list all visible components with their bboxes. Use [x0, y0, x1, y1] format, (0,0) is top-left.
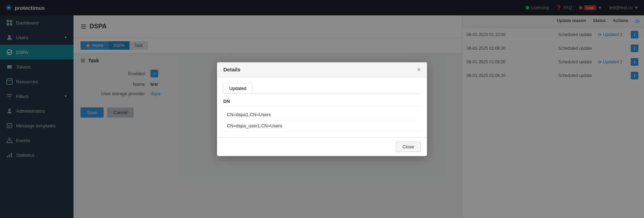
modal-title: Details — [223, 66, 240, 72]
modal-tab-updated[interactable]: Updated — [223, 83, 252, 93]
modal-body: Updated DN CN=dspa1,CN=Users CN=dspa_use… — [217, 77, 427, 137]
modal-dn-label: DN — [223, 99, 421, 106]
modal-tabs: Updated — [223, 83, 421, 94]
modal-dn-item-1: CN=dspa_user1,CN=Users — [223, 120, 421, 132]
modal-dn-item-0: CN=dspa1,CN=Users — [223, 109, 421, 120]
modal-overlay[interactable]: Details × Updated DN CN=dspa1,CN=Users C… — [0, 0, 644, 218]
modal-close-footer-button[interactable]: Close — [396, 142, 421, 152]
modal-details: Details × Updated DN CN=dspa1,CN=Users C… — [217, 62, 427, 156]
modal-close-button[interactable]: × — [417, 66, 421, 73]
modal-header: Details × — [217, 62, 427, 77]
modal-footer: Close — [217, 137, 427, 156]
